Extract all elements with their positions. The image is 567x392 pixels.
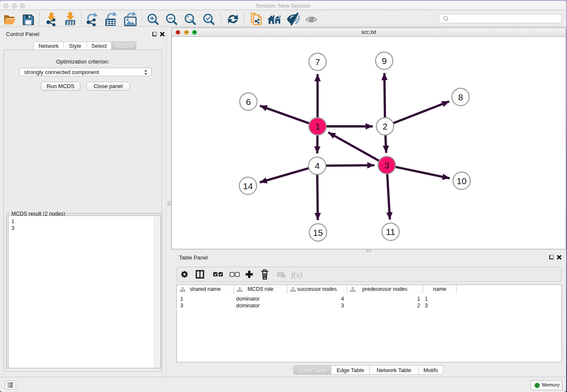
svg-text:2: 2 [383, 121, 388, 131]
svg-text:11: 11 [386, 227, 395, 237]
svg-text:9: 9 [382, 56, 387, 66]
svg-text:10: 10 [457, 176, 466, 186]
svg-text:14: 14 [243, 181, 253, 191]
svg-text:15: 15 [313, 228, 323, 237]
svg-text:f(x): f(x) [291, 270, 302, 279]
svg-text:7: 7 [315, 57, 320, 67]
svg-text:4: 4 [315, 161, 320, 171]
svg-text:1: 1 [315, 121, 320, 131]
svg-text:8: 8 [458, 92, 463, 102]
svg-text:3: 3 [384, 160, 389, 170]
svg-text:6: 6 [246, 97, 251, 107]
